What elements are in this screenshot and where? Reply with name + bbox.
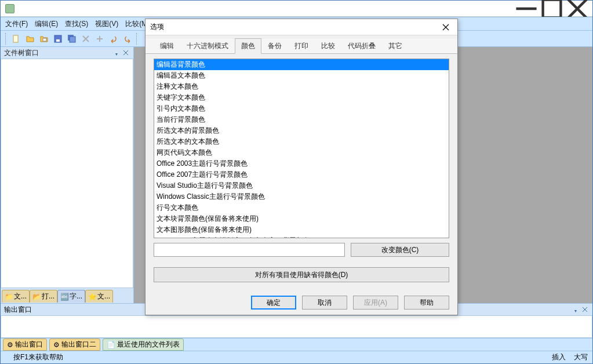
gear-icon: ⚙ xyxy=(7,341,13,349)
ok-button[interactable]: 确定 xyxy=(251,296,296,310)
pin-icon[interactable] xyxy=(112,49,121,57)
svg-rect-6 xyxy=(70,37,75,42)
output-tab-3[interactable]: 📄最近使用的文件列表 xyxy=(103,338,184,351)
tab-hex[interactable]: 十六进制模式 xyxy=(180,38,235,54)
color-list-item[interactable]: 当前行背景颜色 xyxy=(154,114,449,125)
folder2-icon[interactable] xyxy=(38,32,50,45)
color-list-item[interactable]: Office 2007主题行号背景颜色 xyxy=(154,169,449,180)
output-tab-2[interactable]: ⚙输出窗口二 xyxy=(49,338,100,351)
open-icon: 📂 xyxy=(32,293,41,301)
dialog-footer: 确定 取消 应用(A) 帮助 xyxy=(145,290,457,315)
svg-rect-2 xyxy=(43,38,46,41)
color-list-item[interactable]: 文本图形颜色(保留备将来使用) xyxy=(154,224,449,235)
side-tab-3[interactable]: 🔤字... xyxy=(57,290,85,303)
output-body[interactable] xyxy=(1,315,592,338)
color-list-item[interactable]: Office 2003主题行号背景颜色 xyxy=(154,158,449,169)
help-button[interactable]: 帮助 xyxy=(404,296,449,310)
toolbar-grip2 xyxy=(136,33,139,45)
color-listbox[interactable]: 编辑器背景颜色编辑器文本颜色注释文本颜色关键字文本颜色引号内文本颜色当前行背景颜… xyxy=(154,59,449,238)
svg-rect-0 xyxy=(543,0,561,17)
dialog-body: 编辑器背景颜色编辑器文本颜色注释文本颜色关键字文本颜色引号内文本颜色当前行背景颜… xyxy=(145,54,457,290)
color-list-item[interactable]: 引号内文本颜色 xyxy=(154,103,449,114)
output-pin-icon[interactable] xyxy=(572,305,580,314)
status-bar: 按F1来获取帮助 插入 大写 xyxy=(1,351,592,363)
side-tab-1[interactable]: 📁文... xyxy=(2,290,30,303)
add-icon[interactable] xyxy=(93,32,106,45)
output-tabs: ⚙输出窗口 ⚙输出窗口二 📄最近使用的文件列表 xyxy=(1,338,592,351)
save-icon[interactable] xyxy=(52,32,64,45)
color-list-item[interactable]: 所选文本的背景颜色 xyxy=(154,125,449,136)
output-title: 输出窗口 xyxy=(4,305,32,315)
color-list-item[interactable]: 关键字文本颜色 xyxy=(154,92,449,103)
list-icon: 📄 xyxy=(107,341,115,349)
star-icon: ⭐ xyxy=(88,293,96,301)
font-icon: 🔤 xyxy=(60,293,68,301)
file-tree-body[interactable] xyxy=(1,59,133,288)
svg-rect-1 xyxy=(13,35,18,42)
file-tree-title: 文件树窗口 xyxy=(4,48,39,58)
side-tab-2[interactable]: 📂打... xyxy=(30,290,57,303)
title-bar xyxy=(1,1,592,17)
tab-compare[interactable]: 比较 xyxy=(315,38,341,54)
status-hint: 按F1来获取帮助 xyxy=(13,352,63,362)
menu-file[interactable]: 文件(F) xyxy=(5,19,28,29)
color-list-item[interactable]: Visual Studio主题行号背景颜色 xyxy=(154,180,449,191)
color-list-item[interactable]: 所选文本的文本颜色 xyxy=(154,136,449,147)
dialog-title-bar: 选项 xyxy=(145,19,457,35)
tab-other[interactable]: 其它 xyxy=(382,38,409,54)
menu-view[interactable]: 视图(V) xyxy=(95,19,118,29)
svg-rect-4 xyxy=(56,39,60,42)
color-list-item[interactable]: 文本块背景颜色(保留备将来使用) xyxy=(154,213,449,224)
tab-color[interactable]: 颜色 xyxy=(235,38,261,54)
app-icon xyxy=(5,4,14,13)
menu-search[interactable]: 查找(S) xyxy=(65,19,88,29)
status-caps: 大写 xyxy=(574,352,588,362)
menu-edit[interactable]: 编辑(E) xyxy=(35,19,58,29)
save-all-icon[interactable] xyxy=(66,32,78,45)
default-colors-button[interactable]: 对所有项目使用缺省得颜色(D) xyxy=(154,267,449,282)
delete-icon[interactable] xyxy=(79,32,92,45)
panel-close-icon[interactable] xyxy=(122,49,130,57)
tab-edit[interactable]: 编辑 xyxy=(154,38,180,54)
minimize-button[interactable] xyxy=(514,1,539,16)
options-dialog: 选项 编辑 十六进制模式 颜色 备份 打印 比较 代码折叠 其它 编辑器背景颜色… xyxy=(145,19,458,315)
toolbar-grip xyxy=(5,33,8,45)
output-tab-1[interactable]: ⚙输出窗口 xyxy=(3,338,47,351)
color-list-item[interactable]: Office 2003主题十六进制窗口中文本窗口背景颜色 xyxy=(154,235,449,238)
side-tab-4[interactable]: ⭐文... xyxy=(85,290,113,303)
color-list-item[interactable]: 注释文本颜色 xyxy=(154,81,449,92)
dialog-tabs: 编辑 十六进制模式 颜色 备份 打印 比较 代码折叠 其它 xyxy=(145,39,457,54)
undo-icon[interactable] xyxy=(107,32,120,45)
folder-icon: 📁 xyxy=(5,293,13,301)
dialog-close-button[interactable] xyxy=(439,21,453,33)
cancel-button[interactable]: 取消 xyxy=(302,296,347,310)
open-folder-icon[interactable] xyxy=(24,32,37,45)
redo-icon[interactable] xyxy=(121,32,134,45)
dialog-title: 选项 xyxy=(150,22,164,32)
new-file-icon[interactable] xyxy=(10,32,23,45)
file-tree-header: 文件树窗口 xyxy=(1,47,133,59)
apply-button[interactable]: 应用(A) xyxy=(353,296,398,310)
change-color-button[interactable]: 改变颜色(C) xyxy=(351,243,449,257)
color-list-item[interactable]: Windows Classic主题行号背景颜色 xyxy=(154,191,449,202)
gear-icon: ⚙ xyxy=(53,341,60,349)
close-button[interactable] xyxy=(565,1,590,16)
tab-print[interactable]: 打印 xyxy=(288,38,315,54)
side-bottom-tabs: 📁文... 📂打... 🔤字... ⭐文... xyxy=(1,288,133,303)
tab-backup[interactable]: 备份 xyxy=(261,38,288,54)
color-list-item[interactable]: 网页代码文本颜色 xyxy=(154,147,449,158)
color-list-item[interactable]: 编辑器背景颜色 xyxy=(154,59,449,70)
tab-fold[interactable]: 代码折叠 xyxy=(341,38,382,54)
color-list-item[interactable]: 行号文本颜色 xyxy=(154,202,449,213)
output-close-icon[interactable] xyxy=(581,305,589,314)
color-list-item[interactable]: 编辑器文本颜色 xyxy=(154,70,449,81)
status-insert: 插入 xyxy=(552,352,566,362)
color-preview xyxy=(154,243,345,257)
file-tree-panel: 文件树窗口 📁文... 📂打... 🔤字... ⭐文... xyxy=(1,47,134,303)
maximize-button[interactable] xyxy=(539,1,565,16)
